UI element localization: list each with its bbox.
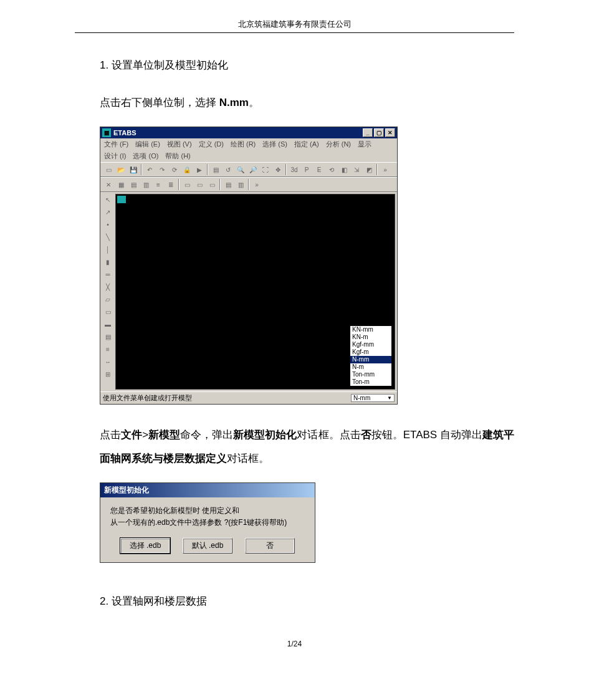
p2-post: 对话框。 [227, 453, 269, 464]
no-button[interactable]: 否 [245, 538, 295, 554]
minimize-button[interactable]: _ [363, 128, 373, 137]
tb-save-icon[interactable]: 💾 [128, 164, 139, 175]
tb-redo-icon[interactable]: ↷ [156, 164, 168, 175]
tb2-x-icon[interactable]: ✕ [103, 179, 114, 190]
menu-select[interactable]: 选择 (S) [262, 140, 287, 149]
tb-run-icon[interactable]: ▶ [194, 164, 205, 175]
unit-opt-kgf-m[interactable]: Kgf-m [350, 348, 391, 356]
tb2-c-icon[interactable]: ≡ [153, 179, 164, 190]
menu-edit[interactable]: 编辑 (E) [135, 140, 160, 149]
unit-opt-n-m[interactable]: N-m [350, 363, 391, 371]
vt-column-icon[interactable]: ▮ [102, 256, 114, 267]
tb-plan-icon[interactable]: P [301, 164, 312, 175]
menu-define[interactable]: 定义 (D) [199, 140, 224, 149]
etabs-app-icon: ▩ [102, 128, 111, 137]
tb2-i-icon[interactable]: ▥ [235, 179, 246, 190]
vt-reshape-icon[interactable]: ↗ [102, 206, 114, 218]
select-edb-button[interactable]: 选择 .edb [120, 538, 170, 554]
dialog-msg-line1: 您是否希望初始化新模型时 使用定义和 [110, 505, 305, 517]
vt-area-icon[interactable]: ▱ [102, 294, 114, 305]
intro-bold: N.mm [219, 97, 249, 108]
p2-gt: > [142, 429, 148, 441]
section-1-title: 1. 设置单位制及模型初始化 [100, 58, 514, 72]
unit-select-box[interactable]: N-mm ▼ [351, 394, 395, 402]
tb2-grid-icon[interactable]: ▦ [115, 179, 127, 190]
vt-secbeam-icon[interactable]: ═ [102, 269, 114, 280]
intro-post: 。 [249, 97, 259, 108]
close-button[interactable]: ✕ [385, 128, 395, 137]
tb-shrink-icon[interactable]: ⇲ [351, 164, 362, 175]
tb-3d-icon[interactable]: 3d [289, 164, 300, 175]
tb-zoomfull-icon[interactable]: ⛶ [260, 164, 271, 175]
unit-opt-kn-mm[interactable]: KN-mm [350, 326, 391, 333]
p2-mid3: 按钮。ETABS 自动弹出 [371, 429, 482, 441]
etabs-title-text: ETABS [113, 129, 136, 137]
tb-perspective-icon[interactable]: ◧ [338, 164, 350, 175]
tb2-d-icon[interactable]: ≣ [165, 179, 176, 190]
default-edb-button[interactable]: 默认 .edb [183, 538, 232, 554]
tb2-h-icon[interactable]: ▤ [223, 179, 234, 190]
p2-b3: 新模型初始化 [233, 429, 297, 441]
vt-rect-icon[interactable]: ▭ [102, 306, 114, 317]
tb-rotate-icon[interactable]: ⟲ [326, 164, 337, 175]
units-dropdown[interactable]: KN-mm KN-m Kgf-mm Kgf-m N-mm N-m Ton-mm … [350, 325, 392, 386]
vt-ref-icon[interactable]: ⊞ [102, 368, 114, 380]
etabs-titlebar: ▩ ETABS _ ▢ ✕ [100, 127, 397, 138]
dialog-message: 您是否希望初始化新模型时 使用定义和 从一个现有的.edb文件中选择参数 ?(按… [110, 505, 305, 529]
tb-undo-icon[interactable]: ↶ [144, 164, 155, 175]
vt-wall-icon[interactable]: ▬ [102, 319, 114, 330]
vt-brace-icon[interactable]: ╳ [102, 281, 114, 292]
menu-options[interactable]: 选项 (O) [133, 151, 158, 161]
etabs-canvas[interactable]: KN-mm KN-m Kgf-mm Kgf-m N-mm N-m Ton-mm … [115, 194, 395, 390]
vt-pointer-icon[interactable]: ↖ [102, 194, 114, 205]
etabs-toolbar-1: ▭ 📂 💾 ↶ ↷ ⟳ 🔒 ▶ ▤ ↺ 🔍 🔎 ⛶ ✥ 3d P E ⟲ ◧ ⇲… [100, 162, 397, 177]
tb2-a-icon[interactable]: ▤ [128, 179, 139, 190]
tb-zoomprev-icon[interactable]: ↺ [223, 164, 234, 175]
unit-opt-ton-mm[interactable]: Ton-mm [350, 371, 391, 378]
unit-opt-n-mm[interactable]: N-mm [350, 356, 391, 363]
tb-refresh-icon[interactable]: ⟳ [169, 164, 180, 175]
tb2-g-icon[interactable]: ▭ [206, 179, 218, 190]
tb-pan-icon[interactable]: ✥ [272, 164, 284, 175]
tb-zoomout-icon[interactable]: 🔎 [247, 164, 259, 175]
vt-frame-icon[interactable]: │ [102, 244, 114, 255]
tb-zoomin-icon[interactable]: 🔍 [235, 164, 246, 175]
unit-opt-ton-m[interactable]: Ton-m [350, 378, 391, 386]
tb2-b-icon[interactable]: ▥ [140, 179, 151, 190]
section-1-intro: 点击右下侧单位制，选择 N.mm。 [100, 91, 514, 114]
unit-opt-kgf-mm[interactable]: Kgf-mm [350, 341, 391, 348]
vt-wallstacks-icon[interactable]: ≡ [102, 343, 114, 355]
maximize-button[interactable]: ▢ [374, 128, 384, 137]
menu-assign[interactable]: 指定 (A) [294, 140, 319, 149]
etabs-toolbar-2: ✕ ▦ ▤ ▥ ≡ ≣ ▭ ▭ ▭ ▤ ▥ » [100, 177, 397, 192]
tb-new-icon[interactable]: ▭ [103, 164, 114, 175]
menu-help[interactable]: 帮助 (H) [165, 151, 190, 161]
chevron-down-icon: ▼ [387, 395, 392, 401]
tb2-e-icon[interactable]: ▭ [181, 179, 193, 190]
tb-lock-icon[interactable]: 🔒 [181, 164, 193, 175]
menu-view[interactable]: 视图 (V) [167, 140, 192, 149]
menu-file[interactable]: 文件 (F) [104, 140, 128, 149]
tb-more-icon[interactable]: » [380, 164, 391, 175]
tb2-more-icon[interactable]: » [251, 179, 262, 190]
menu-display[interactable]: 显示 [358, 140, 371, 149]
menu-analyze[interactable]: 分析 (N) [326, 140, 351, 149]
menu-design[interactable]: 设计 (I) [104, 151, 126, 161]
p2-b2: 新模型 [148, 429, 180, 441]
vt-point-icon[interactable]: • [102, 219, 114, 230]
unit-opt-kn-m[interactable]: KN-m [350, 333, 391, 341]
vt-line-icon[interactable]: ╲ [102, 231, 114, 242]
menu-draw[interactable]: 绘图 (R) [231, 140, 256, 149]
vt-dim-icon[interactable]: ↔ [102, 356, 114, 367]
tb-elev-icon[interactable]: E [314, 164, 325, 175]
etabs-statusbar: 使用文件菜单创建或打开模型 N-mm ▼ [100, 391, 397, 404]
tb-object-icon[interactable]: ◩ [363, 164, 375, 175]
tb-open-icon[interactable]: 📂 [115, 164, 127, 175]
tb-rubber-icon[interactable]: ▤ [210, 164, 221, 175]
paragraph-2: 点击文件>新模型命令，弹出新模型初始化对话框。点击否按钮。ETABS 自动弹出建… [100, 423, 514, 470]
etabs-window: ▩ ETABS _ ▢ ✕ 文件 (F) 编辑 (E) 视图 (V) 定义 (D… [100, 127, 398, 405]
vt-slab-icon[interactable]: ▤ [102, 331, 114, 342]
header-company: 北京筑福建筑事务有限责任公司 [75, 19, 514, 33]
unit-box-value: N-mm [353, 395, 370, 401]
tb2-f-icon[interactable]: ▭ [194, 179, 205, 190]
